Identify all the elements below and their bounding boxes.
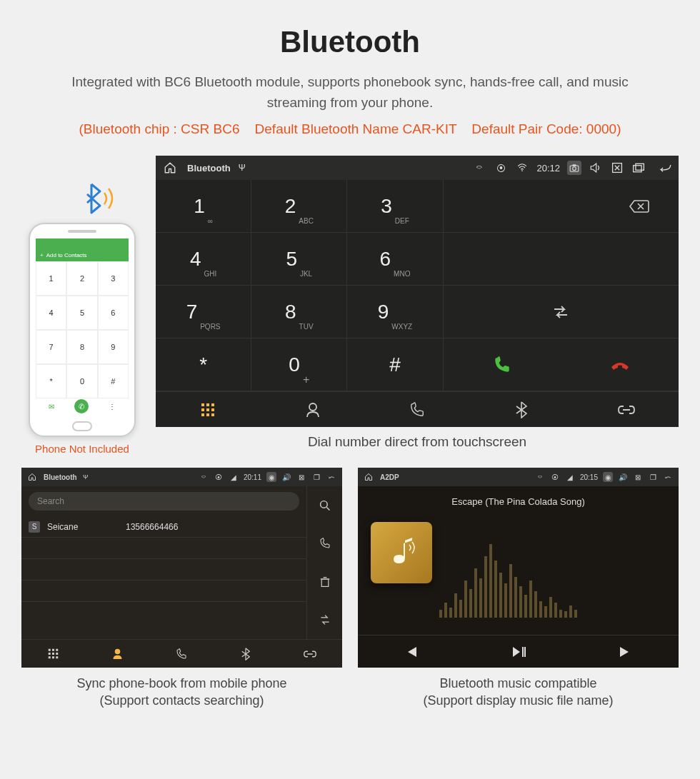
play-pause-button[interactable] — [465, 635, 572, 668]
tab-bluetooth[interactable] — [469, 392, 574, 427]
tab-recent[interactable] — [150, 640, 214, 668]
tab-dialpad[interactable] — [156, 392, 260, 427]
backspace-button[interactable] — [600, 180, 679, 232]
tab-dialpad[interactable] — [21, 640, 86, 668]
hangup-button[interactable] — [561, 338, 679, 391]
key-2[interactable]: 2ABC — [251, 180, 347, 233]
svg-rect-6 — [636, 164, 644, 170]
svg-rect-7 — [201, 403, 204, 406]
tab-contacts[interactable] — [86, 640, 150, 668]
visualizer — [439, 514, 669, 625]
svg-rect-11 — [206, 408, 209, 411]
contact-name: Seicane — [47, 522, 119, 532]
bluetooth-spec-note: (Bluetooth chip : CSR BC6 Default Blueto… — [29, 121, 671, 137]
key-6[interactable]: 6MNO — [347, 233, 443, 286]
phonebook-caption: Sync phone-book from mobile phone(Suppor… — [21, 675, 342, 710]
key-7[interactable]: 7PQRS — [156, 286, 251, 338]
empty-cell — [444, 233, 679, 285]
side-delete-icon[interactable] — [307, 563, 342, 601]
list-item — [21, 602, 306, 623]
close-icon[interactable]: ⊠ — [296, 472, 306, 482]
dial-pad: 1∞ 2ABC 3DEF 4GHI 5JKL 6MNO 7PQRS 8TUV 9… — [156, 180, 444, 391]
home-icon[interactable] — [163, 161, 177, 175]
phone-key: 9 — [98, 330, 129, 364]
camera-icon[interactable]: ◉ — [266, 472, 276, 482]
svg-point-28 — [115, 649, 121, 655]
status-time: 20:12 — [536, 163, 560, 174]
wifi-icon — [515, 161, 529, 175]
page-title: Bluetooth — [29, 25, 671, 59]
list-item — [21, 538, 306, 559]
contact-row[interactable]: S Seicane 13566664466 — [21, 516, 306, 538]
phonebook-panel: Bluetooth Ψ ⌔ ⦿ ◢ 20:11 ◉ 🔊 ⊠ ❐ ⤺ Search — [21, 468, 342, 668]
tab-link[interactable] — [574, 392, 679, 427]
phone-key: 2 — [66, 261, 97, 296]
call-icon: ✆ — [74, 399, 89, 413]
tab-bluetooth[interactable] — [214, 640, 278, 668]
home-icon[interactable] — [27, 472, 37, 482]
svg-point-0 — [522, 170, 524, 171]
svg-rect-14 — [206, 413, 209, 416]
back-icon[interactable] — [657, 161, 671, 175]
wifi-icon: ◢ — [229, 472, 239, 482]
svg-rect-22 — [49, 653, 51, 655]
key-0[interactable]: 0+ — [251, 338, 347, 391]
key-3[interactable]: 3DEF — [347, 180, 443, 233]
key-1[interactable]: 1∞ — [156, 180, 251, 233]
phone-key: # — [98, 364, 129, 398]
tab-contacts[interactable] — [260, 392, 364, 427]
prev-button[interactable] — [358, 635, 465, 668]
key-8[interactable]: 8TUV — [251, 286, 347, 338]
close-icon[interactable] — [610, 161, 624, 175]
dialer-caption: Dial number direct from touchscreen — [156, 434, 679, 450]
back-icon[interactable]: ⤺ — [663, 472, 673, 482]
next-button[interactable] — [571, 635, 679, 668]
tab-link[interactable] — [278, 640, 342, 668]
contact-number: 13566664466 — [126, 522, 178, 532]
back-icon[interactable]: ⤺ — [326, 472, 336, 482]
key-5[interactable]: 5JKL — [251, 233, 347, 286]
key-9[interactable]: 9WXYZ — [347, 286, 443, 338]
phone-mock-column: +Add to Contacts 1 2 3 4 5 6 7 8 9 * 0 #… — [21, 156, 143, 455]
side-sync-icon[interactable] — [307, 601, 342, 640]
key-4[interactable]: 4GHI — [156, 233, 251, 286]
list-item — [21, 581, 306, 602]
bluetooth-waves-icon — [79, 179, 119, 218]
recent-icon[interactable] — [631, 161, 646, 175]
volume-icon[interactable]: 🔊 — [618, 472, 628, 482]
svg-rect-19 — [49, 649, 51, 651]
home-icon[interactable] — [364, 472, 374, 482]
side-call-icon[interactable] — [307, 525, 342, 563]
svg-rect-21 — [56, 649, 59, 651]
camera-icon[interactable] — [567, 161, 581, 175]
close-icon[interactable]: ⊠ — [633, 472, 643, 482]
svg-rect-24 — [56, 653, 59, 655]
svg-rect-13 — [201, 413, 204, 416]
recent-icon[interactable]: ❐ — [648, 472, 658, 482]
swap-button[interactable] — [444, 286, 679, 338]
msg-icon: ✉ — [49, 403, 54, 411]
camera-icon[interactable]: ◉ — [603, 472, 613, 482]
key-star[interactable]: * — [156, 338, 251, 391]
svg-rect-10 — [201, 408, 204, 411]
svg-rect-3 — [573, 164, 576, 166]
key-hash[interactable]: # — [347, 338, 443, 391]
status-bar: A2DP ⌔ ⦿ ◢ 20:15 ◉ 🔊 ⊠ ❐ ⤺ — [358, 468, 679, 486]
tab-recent[interactable] — [365, 392, 469, 427]
call-button[interactable] — [444, 338, 561, 391]
svg-rect-18 — [321, 579, 329, 586]
recent-icon[interactable]: ❐ — [311, 472, 321, 482]
side-search-icon[interactable] — [307, 486, 342, 525]
usb-icon: Ψ — [235, 161, 249, 175]
volume-icon[interactable]: 🔊 — [281, 472, 291, 482]
gps-icon: ⦿ — [214, 472, 224, 482]
svg-rect-8 — [206, 403, 209, 406]
svg-point-2 — [573, 167, 576, 171]
svg-rect-25 — [49, 656, 51, 658]
phone-key: 4 — [36, 296, 66, 330]
status-bar: Bluetooth Ψ ⌔ ⦿ 20:12 — [156, 156, 679, 180]
volume-icon[interactable] — [589, 161, 603, 175]
phone-key: 5 — [66, 296, 97, 330]
search-input[interactable]: Search — [29, 492, 299, 511]
track-title: Escape (The Pina Colada Song) — [368, 496, 669, 507]
